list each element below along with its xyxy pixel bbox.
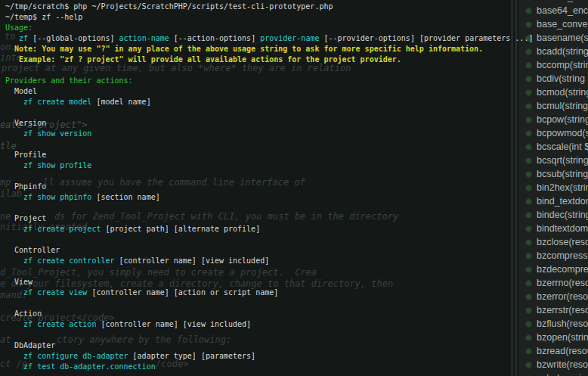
terminal-text-segment: Providers and their actions: xyxy=(5,76,133,85)
terminal-text-segment: [--action-options] xyxy=(169,34,260,42)
terminal-line: View xyxy=(5,277,588,287)
terminal-line: Providers and their actions: xyxy=(5,76,588,86)
terminal-line xyxy=(5,107,588,118)
terminal-line xyxy=(5,266,588,277)
terminal-line: Example: "zf ? project" will provide all… xyxy=(5,54,588,65)
terminal-text-segment: Version xyxy=(5,119,46,127)
terminal-text-segment: zf create controller xyxy=(5,256,115,265)
terminal-text-segment: Action xyxy=(5,309,42,318)
terminal-line: zf show profile xyxy=(5,160,588,171)
terminal-text-segment: [project path] [alternate profile] xyxy=(101,225,260,233)
terminal-line: DbAdapter xyxy=(5,340,588,351)
terminal-line: zf test db-adapter.connection xyxy=(5,362,588,372)
terminal-line: Model xyxy=(5,86,588,97)
terminal-text-segment: zf show version xyxy=(5,129,91,138)
terminal-text-segment: zf create model xyxy=(5,98,91,106)
terminal-text-segment: zf test db-adapter.connection xyxy=(5,362,156,371)
terminal-line: zf create controller [controller name] [… xyxy=(5,256,588,266)
terminal-line: Controller xyxy=(5,245,588,256)
terminal-line xyxy=(5,203,588,213)
terminal-text-segment: Controller xyxy=(5,246,60,254)
terminal-text-segment: zf create project xyxy=(5,225,101,233)
terminal-line xyxy=(5,65,588,76)
terminal-text-segment: Project xyxy=(5,214,46,222)
terminal-line: zf create project [project path] [altern… xyxy=(5,224,588,235)
terminal-text-segment: [controller name] [view included] xyxy=(115,256,270,265)
terminal-line: Version xyxy=(5,118,588,129)
terminal-line: Usage: xyxy=(5,23,588,33)
screen: { "terminal": { "colors": { "w": "#d9dcd… xyxy=(0,0,588,376)
terminal-text-segment: [adapter type] [parameters] xyxy=(128,352,256,360)
terminal-line xyxy=(5,171,588,182)
terminal-output: ~/tmp/scratch$ php ~/Projects/ScratchPHP… xyxy=(0,0,588,376)
terminal-text-segment: zf xyxy=(19,34,28,42)
terminal-text-segment: [section name] xyxy=(91,193,159,201)
terminal-line: Action xyxy=(5,309,588,319)
terminal-text-segment: zf create action xyxy=(5,320,96,328)
terminal-line xyxy=(5,235,588,245)
terminal-line: zf create model [model name] xyxy=(5,97,588,107)
terminal-text-segment: Model xyxy=(5,87,37,95)
terminal-line: zf show version xyxy=(5,129,588,139)
terminal-text-segment: ~/temp$ zf --help xyxy=(5,13,82,21)
terminal-line: zf show phpinfo [section name] xyxy=(5,192,588,203)
terminal-line: Note: You may use "?" in any place of th… xyxy=(5,44,588,54)
terminal-text-segment: Usage: xyxy=(5,23,32,32)
terminal-line xyxy=(5,139,588,150)
terminal-text-segment: zf show profile xyxy=(5,161,91,169)
terminal-text-segment: zf configure db-adapter xyxy=(5,352,128,360)
terminal-text-segment xyxy=(5,34,19,42)
terminal-text-segment: Phpinfo xyxy=(5,182,46,191)
terminal-text-segment: provider-name xyxy=(260,34,319,42)
terminal-line xyxy=(5,298,588,309)
terminal-text-segment: Profile xyxy=(5,151,46,159)
terminal-line: Profile xyxy=(5,150,588,160)
terminal-line xyxy=(5,330,588,340)
terminal-line: zf create view [controller name] [action… xyxy=(5,287,588,298)
terminal-text-segment: Example: "zf ? project" will provide all… xyxy=(5,55,401,64)
terminal-line: Phpinfo xyxy=(5,182,588,192)
terminal-line: Project xyxy=(5,213,588,224)
terminal-line: zf configure db-adapter [adapter type] [… xyxy=(5,351,588,362)
terminal-text-segment: [--provider-options] [provider parameter… xyxy=(319,34,533,42)
terminal-text-segment: Note: You may use "?" in any place of th… xyxy=(5,45,483,53)
terminal-line: zf create action [controller name] [view… xyxy=(5,319,588,330)
terminal-text-segment: ~/tmp/scratch$ php ~/Projects/ScratchPHP… xyxy=(5,2,333,11)
terminal-text-segment: View xyxy=(5,278,32,286)
terminal-text-segment: [model name] xyxy=(91,98,150,106)
terminal-line: zf [--global-options] action-name [--act… xyxy=(5,33,588,44)
terminal-text-segment: [controller name] [view included] xyxy=(96,320,251,328)
terminal-line: ~/temp$ zf --help xyxy=(5,12,588,23)
terminal-text-segment: action-name xyxy=(119,34,169,42)
terminal-text-segment: DbAdapter xyxy=(5,341,55,350)
terminal-text-segment: zf show phpinfo xyxy=(5,193,91,201)
terminal-text-segment: [--global-options] xyxy=(28,34,119,42)
terminal-text-segment: zf create view xyxy=(5,288,87,297)
terminal-text-segment: [controller name] [action or script name… xyxy=(87,288,278,297)
terminal-line: ~/tmp/scratch$ php ~/Projects/ScratchPHP… xyxy=(5,2,588,12)
